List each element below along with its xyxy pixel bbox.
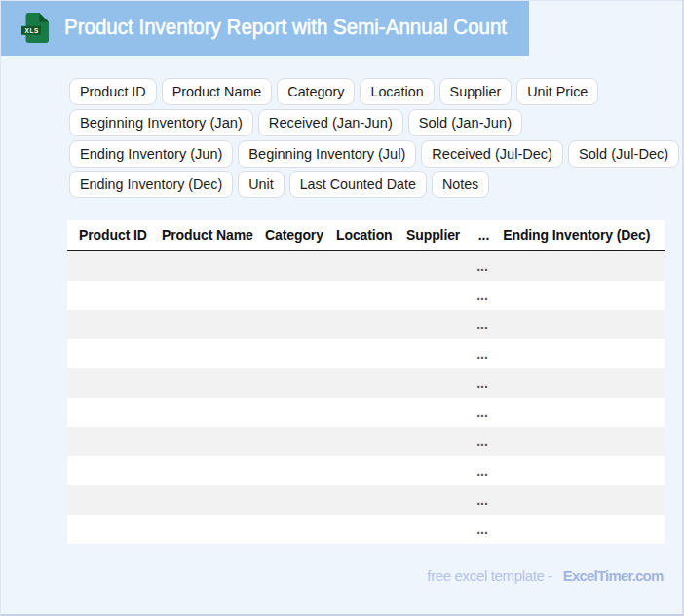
svg-text:XLS: XLS [25, 27, 39, 34]
